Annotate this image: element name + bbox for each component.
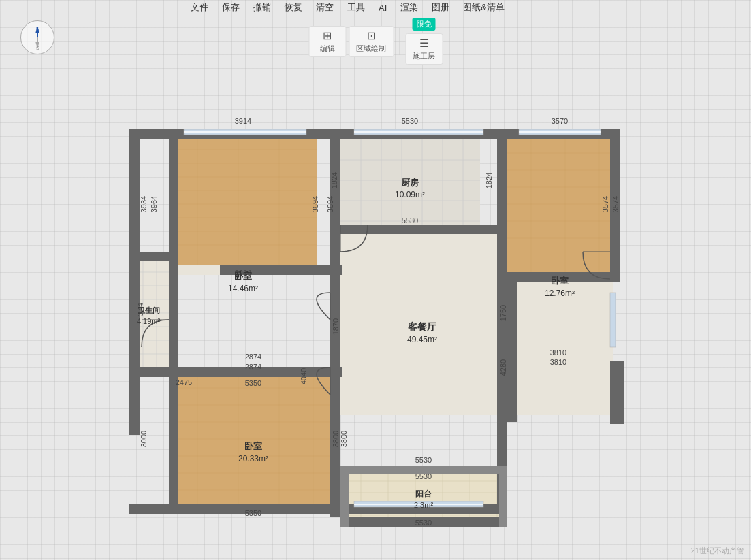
svg-text:3800: 3800 <box>332 431 340 447</box>
svg-text:卧室: 卧室 <box>244 441 262 451</box>
svg-text:49.45m²: 49.45m² <box>407 335 437 344</box>
watermark: 21世纪不动产管 <box>691 546 744 556</box>
svg-rect-86 <box>129 252 170 261</box>
menu-bar: 文件 保存 撤销 恢复 清空 工具 AI 渲染 图册 图纸&清单 <box>0 0 751 15</box>
svg-text:1824: 1824 <box>485 172 493 188</box>
svg-rect-78 <box>507 272 517 422</box>
svg-text:20.33m²: 20.33m² <box>238 454 268 463</box>
svg-text:卧室: 卧室 <box>551 276 569 286</box>
svg-rect-88 <box>169 129 178 378</box>
svg-text:2874: 2874 <box>245 363 261 371</box>
edit-icon: ⊞ <box>323 29 332 42</box>
svg-rect-113 <box>610 293 616 347</box>
menu-album[interactable]: 图册 <box>432 1 449 14</box>
zone-icon: ⊡ <box>367 29 376 42</box>
svg-text:4.19m²: 4.19m² <box>137 317 161 325</box>
svg-text:3574: 3574 <box>611 196 620 212</box>
svg-text:5530: 5530 <box>402 117 418 125</box>
svg-text:3570: 3570 <box>552 117 568 125</box>
svg-rect-104 <box>610 414 624 424</box>
svg-text:2.3m²: 2.3m² <box>414 501 433 509</box>
svg-text:3574: 3574 <box>601 196 609 212</box>
svg-text:3810: 3810 <box>550 348 566 357</box>
svg-text:3694: 3694 <box>311 196 319 212</box>
svg-text:3800: 3800 <box>340 431 348 447</box>
zone-draw-button[interactable]: ⊡ 区域绘制 <box>349 26 394 57</box>
svg-text:1824: 1824 <box>330 172 338 188</box>
svg-text:5350: 5350 <box>245 379 261 387</box>
toolbar: ⊞ 编辑 ⊡ 区域绘制 限免 ☰ 施工层 <box>308 18 443 65</box>
menu-tools[interactable]: 工具 <box>347 1 365 14</box>
floor-icon: ☰ <box>419 37 429 50</box>
svg-rect-76 <box>129 129 140 435</box>
compass: N S <box>20 20 54 54</box>
svg-text:2475: 2475 <box>176 378 192 386</box>
svg-rect-93 <box>169 265 178 275</box>
floorplan-svg: 3914 5530 3570 1824 1824 3694 3694 3964 … <box>129 68 626 531</box>
svg-rect-85 <box>331 225 507 234</box>
svg-text:3914: 3914 <box>235 117 251 125</box>
menu-clear[interactable]: 清空 <box>316 1 334 14</box>
svg-rect-98 <box>220 367 342 377</box>
svg-rect-83 <box>497 129 507 276</box>
menu-redo[interactable]: 恢复 <box>285 1 302 14</box>
svg-text:4040: 4040 <box>300 368 308 384</box>
svg-rect-87 <box>129 367 170 377</box>
svg-text:客餐厅: 客餐厅 <box>408 321 437 332</box>
floor-button[interactable]: ☰ 施工层 <box>405 33 443 65</box>
svg-text:阳台: 阳台 <box>415 489 432 499</box>
svg-rect-100 <box>340 466 349 527</box>
svg-text:14.46m²: 14.46m² <box>228 284 258 293</box>
svg-text:5530: 5530 <box>415 456 432 464</box>
svg-text:3934: 3934 <box>140 196 148 212</box>
toolbar-separator <box>399 28 400 55</box>
menu-render[interactable]: 渲染 <box>400 1 418 14</box>
svg-text:N: N <box>36 27 39 31</box>
svg-text:3810: 3810 <box>550 358 566 366</box>
menu-undo[interactable]: 撤销 <box>253 1 271 14</box>
svg-rect-97 <box>169 367 178 377</box>
svg-text:S: S <box>36 46 39 50</box>
svg-text:5350: 5350 <box>245 509 261 517</box>
svg-text:5530: 5530 <box>402 216 418 225</box>
svg-text:1750: 1750 <box>499 305 507 321</box>
edit-button[interactable]: ⊞ 编辑 <box>308 26 346 57</box>
svg-rect-29 <box>507 139 613 272</box>
svg-rect-89 <box>169 367 178 514</box>
svg-text:厨房: 厨房 <box>400 178 419 188</box>
menu-file[interactable]: 文件 <box>191 1 208 14</box>
menu-ai[interactable]: AI <box>379 3 387 13</box>
menu-drawing[interactable]: 图纸&清单 <box>463 1 505 14</box>
menu-save[interactable]: 保存 <box>222 1 240 14</box>
svg-rect-6 <box>170 139 317 265</box>
svg-rect-101 <box>499 466 507 527</box>
svg-text:2874: 2874 <box>245 352 261 361</box>
svg-text:1870: 1870 <box>332 318 340 335</box>
svg-text:卧室: 卧室 <box>234 271 252 281</box>
badge-label: 限免 <box>413 18 436 31</box>
svg-text:3000: 3000 <box>140 431 148 447</box>
svg-rect-103 <box>610 361 624 371</box>
svg-text:10.09m²: 10.09m² <box>395 190 425 199</box>
svg-text:12.76m²: 12.76m² <box>545 289 575 298</box>
svg-text:3964: 3964 <box>150 196 158 212</box>
svg-text:3694: 3694 <box>326 196 334 212</box>
svg-text:卫生间: 卫生间 <box>138 306 160 314</box>
svg-text:5530: 5530 <box>415 472 432 480</box>
svg-text:4280: 4280 <box>499 359 507 376</box>
svg-text:5530: 5530 <box>415 518 432 527</box>
